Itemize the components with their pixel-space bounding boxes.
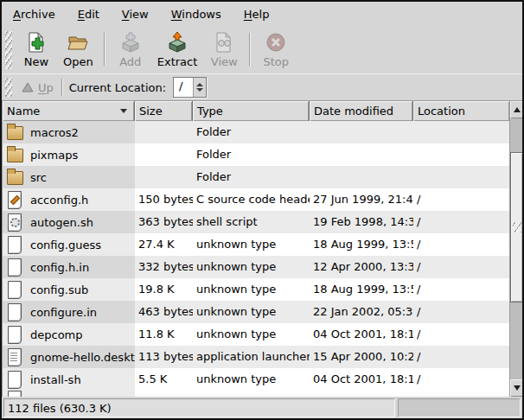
toolbar-drag-handle[interactable]	[5, 31, 12, 69]
scroll-down-button[interactable]	[510, 379, 523, 397]
file-date-modified: 22 Jan 2002, 05:35	[310, 301, 413, 323]
table-row[interactable]: config.guess 27.4 K unknown type 18 Aug …	[3, 233, 509, 256]
column-headers: Name Size Type Date modified Location	[3, 101, 509, 121]
file-location: /	[413, 346, 509, 368]
table-row[interactable]: autogen.sh 363 bytes shell script 19 Feb…	[3, 211, 509, 233]
column-header-name[interactable]: Name	[3, 101, 135, 121]
open-button[interactable]: Open	[57, 29, 99, 70]
new-button[interactable]: New	[16, 29, 57, 70]
file-name: pixmaps	[30, 149, 78, 162]
file-date-modified	[310, 121, 413, 143]
column-header-location[interactable]: Location	[413, 101, 509, 121]
table-row[interactable]: macros2 Folder	[3, 121, 509, 143]
menu-archive[interactable]: Archive	[5, 4, 63, 24]
file-location: /	[413, 233, 509, 256]
scrollbar-trough[interactable]	[510, 118, 523, 379]
menu-view[interactable]: View	[114, 4, 157, 24]
extract-button[interactable]: Extract	[151, 29, 204, 70]
file-size	[135, 143, 193, 166]
file-type: shell script	[193, 211, 310, 233]
toolbar: New Open Add	[2, 26, 522, 74]
file-icon	[6, 303, 23, 321]
file-date-modified: 12 Apr 2000, 13:36	[310, 256, 413, 278]
view-button: View	[203, 29, 245, 70]
file-type: Folder	[193, 121, 310, 143]
combo-dropdown-button[interactable]	[193, 78, 206, 97]
file-location: /	[413, 211, 509, 233]
combo-up-arrow-icon	[196, 83, 203, 86]
file-type: C source code header	[193, 188, 310, 211]
file-icon	[6, 124, 23, 141]
location-bar-drag-handle[interactable]	[5, 78, 12, 97]
view-file-icon	[213, 31, 235, 54]
table-row[interactable]: install-sh 5.5 K unknown type 04 Oct 200…	[3, 368, 509, 391]
up-arrow-icon	[22, 82, 34, 92]
status-secondary-panel	[398, 398, 521, 417]
file-icon	[6, 281, 23, 298]
file-location: /	[413, 278, 509, 301]
table-row[interactable]: src Folder	[3, 166, 509, 188]
column-header-size[interactable]: Size	[135, 101, 193, 121]
file-rows: macros2 Folder pixmaps Folder	[3, 121, 509, 397]
file-size: 5.5 K	[135, 368, 193, 391]
current-location-label: Current Location:	[69, 81, 166, 94]
file-name: src	[30, 171, 47, 184]
toolbar-separator	[249, 33, 251, 66]
file-location: /	[413, 256, 509, 278]
file-icon	[6, 371, 23, 388]
file-date-modified: 04 Oct 2001, 18:12	[310, 323, 413, 346]
file-size: 463 bytes	[135, 301, 193, 323]
table-row[interactable]: depcomp 11.8 K unknown type 04 Oct 2001,…	[3, 323, 509, 346]
combo-down-arrow-icon	[196, 88, 203, 92]
table-row[interactable]: config.sub 19.8 K unknown type 18 Aug 19…	[3, 278, 509, 301]
menu-edit[interactable]: Edit	[70, 4, 107, 24]
table-row[interactable]: configure.in 463 bytes unknown type 22 J…	[3, 301, 509, 323]
up-button: Up	[17, 80, 58, 96]
scroll-up-icon	[514, 107, 521, 112]
file-date-modified: 19 Feb 1998, 14:31	[310, 211, 413, 233]
file-icon	[6, 191, 23, 208]
file-date-modified: 18 Aug 1999, 13:53	[310, 278, 413, 301]
file-size	[135, 121, 193, 143]
table-row[interactable]: config.h.in 332 bytes unknown type 12 Ap…	[3, 256, 509, 278]
file-location: /	[413, 301, 509, 323]
archive-manager-window: Archive Edit View Windows Help New	[0, 0, 524, 420]
table-row[interactable]: acconfig.h 150 bytes C source code heade…	[3, 188, 509, 211]
file-icon	[6, 391, 23, 397]
menu-bar: Archive Edit View Windows Help	[2, 2, 522, 26]
scroll-up-button[interactable]	[510, 101, 523, 118]
file-name: gnome-hello.desktop	[30, 351, 135, 364]
file-name: config.guess	[30, 239, 101, 251]
column-header-type[interactable]: Type	[193, 101, 310, 121]
file-name: macros2	[30, 126, 79, 139]
file-date-modified: 18 Aug 1999, 13:53	[310, 233, 413, 256]
file-size: 27.4 K	[135, 233, 193, 256]
table-row[interactable]: gnome-hello.desktop 113 bytes applicatio…	[3, 346, 509, 368]
location-combo-entry[interactable]: /	[174, 78, 193, 97]
partial-row	[3, 391, 135, 397]
add-button: Add	[110, 29, 151, 70]
scrollbar-thumb[interactable]	[510, 152, 523, 302]
column-header-date-modified[interactable]: Date modified	[310, 101, 413, 121]
table-row[interactable]: pixmaps Folder	[3, 143, 509, 166]
file-type: unknown type	[193, 278, 310, 301]
file-size: 19.8 K	[135, 278, 193, 301]
menu-help[interactable]: Help	[236, 4, 278, 24]
sort-descending-icon	[120, 109, 127, 113]
extract-icon	[166, 31, 189, 54]
file-icon	[6, 326, 23, 343]
status-bar: 112 files (630.3 K)	[2, 398, 522, 417]
menu-windows[interactable]: Windows	[163, 4, 229, 24]
file-location	[413, 143, 509, 166]
location-bar-separator	[61, 79, 63, 96]
location-combo: /	[173, 77, 207, 98]
file-location: /	[413, 323, 509, 346]
file-icon	[6, 236, 23, 253]
open-archive-icon	[67, 31, 89, 54]
file-size: 363 bytes	[135, 211, 193, 233]
file-icon	[6, 213, 23, 231]
file-name: config.sub	[30, 283, 88, 296]
file-icon	[6, 169, 23, 186]
file-type: application launcher	[193, 346, 310, 368]
file-location: /	[413, 188, 509, 211]
